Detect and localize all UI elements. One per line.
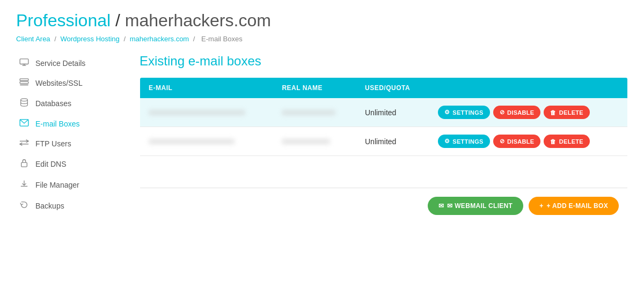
download-icon xyxy=(18,180,30,190)
delete-button-2[interactable]: 🗑 DELETE xyxy=(544,135,590,148)
trash-icon-1: 🗑 xyxy=(550,109,556,116)
sidebar-item-ftp-users[interactable]: FTP Users xyxy=(16,134,123,154)
page-title: Professional / maherhackers.com xyxy=(16,11,628,31)
svg-rect-5 xyxy=(20,81,28,84)
email-blurred-2 xyxy=(149,139,235,144)
page-header: Professional / maherhackers.com xyxy=(16,11,628,31)
gear-icon-1: ⚙ xyxy=(444,109,450,116)
email-icon-webmail: ✉ xyxy=(438,202,444,210)
quota-cell-1: Unlimited xyxy=(356,98,429,127)
sidebar-item-databases[interactable]: Databases xyxy=(16,93,123,114)
quota-cell-2: Unlimited xyxy=(356,127,429,156)
delete-button-1[interactable]: 🗑 DELETE xyxy=(544,106,590,119)
disable-icon-1: ⊘ xyxy=(500,109,504,116)
email-blurred-1 xyxy=(149,110,245,115)
real-name-cell-1 xyxy=(273,98,356,127)
breadcrumb: Client Area / Wordpress Hosting / maherh… xyxy=(16,35,628,43)
breadcrumb-client-area[interactable]: Client Area xyxy=(16,35,50,43)
svg-rect-9 xyxy=(21,162,27,167)
svg-rect-4 xyxy=(20,79,28,81)
add-email-button[interactable]: + + ADD E-MAIL BOX xyxy=(529,197,619,215)
empty-row xyxy=(140,156,628,188)
sidebar-item-backups[interactable]: Backups xyxy=(16,196,123,217)
col-email: E-MAIL xyxy=(140,78,274,99)
email-cell-1 xyxy=(140,98,274,127)
content-layout: Service Details Websites/SSL Databases E… xyxy=(16,54,628,224)
layers-icon xyxy=(18,78,30,88)
sidebar-label-ftp-users: FTP Users xyxy=(35,139,71,148)
plus-icon: + xyxy=(539,202,543,210)
real-name-blurred-2 xyxy=(282,139,330,144)
footer-row: ✉ ✉ WEBMAIL CLIENT + + ADD E-MAIL BOX xyxy=(140,188,628,224)
svg-rect-6 xyxy=(20,84,28,85)
webmail-button[interactable]: ✉ ✉ WEBMAIL CLIENT xyxy=(428,197,523,215)
sidebar: Service Details Websites/SSL Databases E… xyxy=(16,54,123,217)
footer-actions: ✉ ✉ WEBMAIL CLIENT + + ADD E-MAIL BOX xyxy=(140,188,627,224)
sidebar-label-email-boxes: E-mail Boxes xyxy=(35,120,79,128)
disable-icon-2: ⊘ xyxy=(500,138,504,145)
exchange-icon xyxy=(18,139,30,149)
svg-rect-0 xyxy=(20,59,28,64)
sidebar-item-service-details[interactable]: Service Details xyxy=(16,54,123,73)
disable-button-1[interactable]: ⊘ DISABLE xyxy=(493,106,541,119)
sidebar-label-databases: Databases xyxy=(35,99,71,108)
actions-cell-2: ⚙ SETTINGS ⊘ DISABLE 🗑 DELETE xyxy=(429,127,627,156)
table-row: Unlimited ⚙ SETTINGS ⊘ DISABLE xyxy=(140,98,628,127)
settings-button-1[interactable]: ⚙ SETTINGS xyxy=(438,106,490,119)
real-name-blurred-1 xyxy=(282,110,335,115)
col-real-name: REAL NAME xyxy=(273,78,356,99)
sidebar-label-file-manager: File Manager xyxy=(35,181,79,189)
sidebar-label-websites-ssl: Websites/SSL xyxy=(35,79,83,87)
disable-button-2[interactable]: ⊘ DISABLE xyxy=(493,135,541,148)
domain-name: maherhackers.com xyxy=(125,11,271,30)
trash-icon-2: 🗑 xyxy=(550,138,556,145)
sidebar-label-service-details: Service Details xyxy=(35,59,85,68)
breadcrumb-domain[interactable]: maherhackers.com xyxy=(130,35,189,43)
email-cell-2 xyxy=(140,127,274,156)
col-actions xyxy=(429,78,627,99)
sidebar-item-email-boxes[interactable]: E-mail Boxes xyxy=(16,114,123,134)
sidebar-label-edit-dns: Edit DNS xyxy=(35,160,67,168)
section-title: Existing e-mail boxes xyxy=(140,54,628,69)
monitor-icon xyxy=(18,58,30,68)
svg-point-7 xyxy=(21,99,28,101)
sidebar-item-websites-ssl[interactable]: Websites/SSL xyxy=(16,73,123,93)
actions-row-1: ⚙ SETTINGS ⊘ DISABLE 🗑 DELETE xyxy=(438,106,619,119)
database-icon xyxy=(18,98,30,109)
sidebar-label-backups: Backups xyxy=(35,202,64,210)
plan-name: Professional xyxy=(16,11,111,30)
title-separator: / xyxy=(115,11,125,30)
history-icon xyxy=(18,201,30,211)
sidebar-item-file-manager[interactable]: File Manager xyxy=(16,175,123,196)
gear-icon-2: ⚙ xyxy=(444,138,450,145)
settings-button-2[interactable]: ⚙ SETTINGS xyxy=(438,135,490,148)
real-name-cell-2 xyxy=(273,127,356,156)
col-quota: USED/QUOTA xyxy=(356,78,429,99)
table-row: Unlimited ⚙ SETTINGS ⊘ DISABLE xyxy=(140,127,628,156)
lock-icon xyxy=(18,159,30,169)
actions-row-2: ⚙ SETTINGS ⊘ DISABLE 🗑 DELETE xyxy=(438,135,619,148)
breadcrumb-current: E-mail Boxes xyxy=(201,35,243,43)
actions-cell-1: ⚙ SETTINGS ⊘ DISABLE 🗑 DELETE xyxy=(429,98,627,127)
envelope-icon xyxy=(18,119,30,129)
sidebar-item-edit-dns[interactable]: Edit DNS xyxy=(16,154,123,175)
breadcrumb-wordpress-hosting[interactable]: Wordpress Hosting xyxy=(60,35,119,43)
email-table: E-MAIL REAL NAME USED/QUOTA xyxy=(140,77,628,224)
main-content: Existing e-mail boxes E-MAIL REAL NAME U… xyxy=(140,54,628,224)
